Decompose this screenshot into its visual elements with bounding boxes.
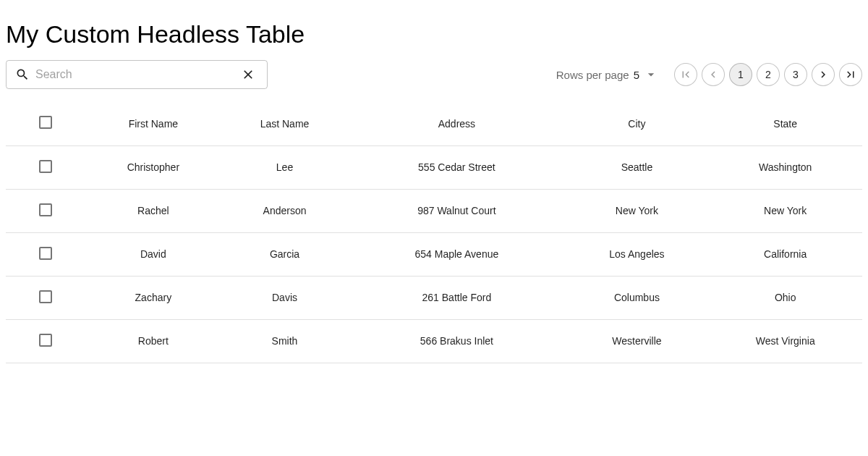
cell-address: 566 Brakus Inlet: [348, 319, 565, 363]
cell-last-name: Garcia: [221, 232, 349, 276]
close-icon: [241, 67, 255, 82]
cell-last-name: Anderson: [221, 189, 349, 232]
page-title: My Custom Headless Table: [6, 20, 862, 48]
cell-city: Columbus: [565, 276, 708, 319]
cell-address: 987 Walnut Court: [348, 189, 565, 232]
cell-city: Los Angeles: [565, 232, 708, 276]
page-button-1[interactable]: 1: [729, 63, 752, 86]
table-header-row: First Name Last Name Address City State: [6, 102, 862, 145]
table-row: Zachary Davis 261 Battle Ford Columbus O…: [6, 276, 862, 319]
column-header-state[interactable]: State: [708, 102, 862, 145]
cell-state: West Virginia: [708, 319, 862, 363]
cell-last-name: Smith: [221, 319, 349, 363]
chevron-right-icon: [817, 68, 830, 81]
pager-buttons: 1 2 3: [674, 63, 862, 86]
row-checkbox[interactable]: [39, 160, 52, 173]
search-field[interactable]: [6, 60, 268, 89]
last-page-button[interactable]: [839, 63, 862, 86]
row-checkbox[interactable]: [39, 203, 52, 216]
pagination-bar: Rows per page 5 1 2 3: [556, 63, 862, 86]
rows-per-page-label: Rows per page: [556, 69, 629, 81]
rows-per-page-value: 5: [634, 69, 639, 81]
cell-last-name: Davis: [221, 276, 349, 319]
cell-first-name: Zachary: [85, 276, 221, 319]
next-page-button[interactable]: [812, 63, 835, 86]
cell-city: New York: [565, 189, 708, 232]
cell-address: 261 Battle Ford: [348, 276, 565, 319]
cell-address: 555 Cedar Street: [348, 145, 565, 189]
column-header-first-name[interactable]: First Name: [85, 102, 221, 145]
row-checkbox[interactable]: [39, 334, 52, 347]
cell-state: Washington: [708, 145, 862, 189]
cell-city: Westerville: [565, 319, 708, 363]
select-all-header: [6, 102, 85, 145]
toolbar: Rows per page 5 1 2 3: [6, 60, 862, 89]
cell-state: New York: [708, 189, 862, 232]
cell-state: California: [708, 232, 862, 276]
chevron-left-icon: [707, 68, 720, 81]
rows-per-page-select[interactable]: 5: [634, 67, 658, 82]
chevron-down-icon: [644, 67, 658, 82]
search-icon: [15, 67, 30, 82]
cell-address: 654 Maple Avenue: [348, 232, 565, 276]
cell-last-name: Lee: [221, 145, 349, 189]
clear-search-button[interactable]: [238, 64, 258, 85]
table-row: Christopher Lee 555 Cedar Street Seattle…: [6, 145, 862, 189]
page-button-3[interactable]: 3: [784, 63, 807, 86]
first-page-icon: [679, 68, 692, 81]
row-checkbox[interactable]: [39, 290, 52, 303]
cell-state: Ohio: [708, 276, 862, 319]
column-header-city[interactable]: City: [565, 102, 708, 145]
table-row: David Garcia 654 Maple Avenue Los Angele…: [6, 232, 862, 276]
cell-first-name: Rachel: [85, 189, 221, 232]
cell-first-name: Christopher: [85, 145, 221, 189]
cell-first-name: David: [85, 232, 221, 276]
cell-first-name: Robert: [85, 319, 221, 363]
row-checkbox[interactable]: [39, 247, 52, 260]
last-page-icon: [844, 68, 857, 81]
table-row: Rachel Anderson 987 Walnut Court New Yor…: [6, 189, 862, 232]
prev-page-button[interactable]: [702, 63, 725, 86]
rows-per-page: Rows per page 5: [556, 67, 658, 82]
column-header-last-name[interactable]: Last Name: [221, 102, 349, 145]
search-input[interactable]: [30, 68, 238, 81]
cell-city: Seattle: [565, 145, 708, 189]
select-all-checkbox[interactable]: [39, 116, 52, 129]
first-page-button[interactable]: [674, 63, 697, 86]
column-header-address[interactable]: Address: [348, 102, 565, 145]
page-button-2[interactable]: 2: [757, 63, 780, 86]
data-table: First Name Last Name Address City State …: [6, 102, 862, 363]
table-row: Robert Smith 566 Brakus Inlet Westervill…: [6, 319, 862, 363]
